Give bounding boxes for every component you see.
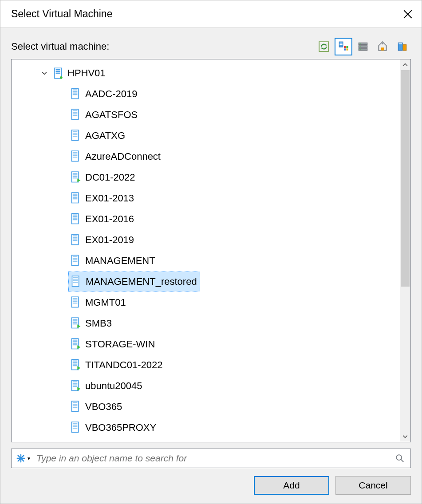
tree-vm-row[interactable]: AGATXG — [12, 126, 400, 146]
tree-vm-row[interactable]: STORAGE-WIN — [12, 334, 400, 354]
svg-rect-74 — [73, 261, 78, 262]
svg-rect-56 — [73, 193, 78, 194]
view-tags-button[interactable] — [374, 38, 391, 55]
svg-rect-33 — [73, 94, 78, 95]
svg-rect-118 — [73, 428, 78, 429]
scroll-down-button[interactable] — [400, 431, 410, 442]
close-button[interactable] — [398, 4, 418, 24]
tree-view[interactable]: HPHV01 AADC-2019 AGATSFOS AGATXG — [12, 59, 400, 442]
tree-vm-row[interactable]: MGMT01 — [12, 292, 400, 312]
svg-rect-30 — [73, 89, 78, 90]
search-input[interactable] — [33, 453, 392, 464]
add-button[interactable]: Add — [254, 476, 329, 495]
tree-vm-row[interactable]: SMB3 — [12, 313, 400, 333]
svg-rect-52 — [73, 176, 78, 177]
tree-vm-row[interactable]: VBO365PROXY — [12, 417, 400, 437]
tree-vm-row[interactable]: VBO365 — [12, 397, 400, 417]
view-vms-button[interactable] — [354, 38, 372, 55]
svg-rect-93 — [73, 341, 78, 342]
svg-rect-87 — [73, 320, 78, 321]
prompt-label: Select virtual machine: — [11, 41, 109, 52]
expander-icon[interactable] — [38, 71, 51, 76]
vm-icon — [68, 213, 84, 225]
svg-rect-10 — [344, 48, 346, 50]
svg-rect-67 — [73, 237, 78, 238]
svg-rect-32 — [73, 92, 78, 93]
tree-vm-row[interactable]: AADC-2019 — [12, 84, 400, 104]
svg-marker-102 — [77, 366, 80, 370]
svg-rect-46 — [73, 154, 78, 154]
tree-vm-row[interactable]: EX01-2016 — [12, 209, 400, 229]
view-storage-button[interactable] — [393, 38, 411, 55]
scroll-thumb[interactable] — [401, 70, 410, 287]
svg-rect-79 — [73, 282, 78, 283]
vm-icon — [68, 130, 84, 142]
tree-host-row[interactable]: HPHV01 — [12, 63, 400, 83]
svg-rect-40 — [73, 131, 78, 132]
svg-rect-112 — [73, 405, 78, 406]
cancel-button[interactable]: Cancel — [335, 476, 411, 495]
svg-rect-101 — [73, 365, 78, 366]
dialog-title: Select Virtual Machine — [11, 8, 112, 20]
search-button[interactable] — [392, 450, 408, 466]
refresh-icon — [318, 41, 330, 52]
host-icon — [51, 67, 67, 79]
vm-icon — [68, 171, 84, 184]
svg-rect-37 — [73, 113, 78, 114]
vm-label: VBO365 — [84, 401, 125, 413]
search-type-dropdown[interactable]: ▼ — [14, 453, 33, 463]
svg-rect-98 — [73, 360, 78, 361]
tree-vm-row[interactable]: AzureADConnect — [12, 146, 400, 166]
vm-label: EX01-2013 — [84, 193, 137, 204]
svg-point-20 — [382, 43, 383, 44]
tree-vm-row[interactable]: TITANDC01-2022 — [12, 355, 400, 375]
view-hosts-button[interactable] — [335, 38, 352, 55]
vm-icon — [68, 338, 84, 350]
svg-rect-41 — [73, 133, 78, 134]
svg-rect-11 — [347, 48, 348, 50]
svg-rect-82 — [73, 299, 78, 300]
vm-icon — [68, 296, 84, 309]
vms-view-icon — [357, 41, 369, 52]
svg-point-28 — [60, 76, 63, 79]
vm-label: TITANDC01-2022 — [84, 359, 165, 371]
vm-label: SMB3 — [84, 318, 114, 329]
svg-point-123 — [396, 455, 402, 460]
svg-rect-81 — [73, 298, 78, 299]
svg-rect-115 — [73, 423, 78, 424]
scrollbar[interactable] — [400, 59, 410, 442]
tree-vm-row[interactable]: DC01-2022 — [12, 167, 400, 187]
svg-rect-66 — [73, 235, 78, 236]
svg-rect-99 — [73, 362, 78, 363]
svg-marker-108 — [77, 387, 80, 390]
vm-label: STORAGE-WIN — [84, 339, 158, 350]
svg-rect-84 — [73, 303, 78, 303]
hosts-icon — [338, 41, 349, 52]
tree-vm-row[interactable]: MANAGEMENT — [12, 251, 400, 271]
tree-vm-row[interactable]: EX01-2019 — [12, 230, 400, 250]
tree-vm-row[interactable]: EX01-2013 — [12, 188, 400, 208]
scroll-track[interactable] — [400, 70, 410, 431]
svg-rect-111 — [73, 404, 78, 405]
vm-label: ubuntu20045 — [84, 380, 145, 392]
svg-rect-88 — [73, 322, 78, 323]
dialog-body: Select virtual machine: — [0, 28, 422, 504]
svg-rect-86 — [73, 319, 78, 319]
svg-rect-53 — [73, 177, 78, 178]
tree-vm-row[interactable]: AGATSFOS — [12, 105, 400, 125]
scroll-up-button[interactable] — [400, 59, 410, 70]
chevron-up-icon — [402, 62, 408, 67]
svg-rect-117 — [73, 426, 78, 427]
refresh-button[interactable] — [315, 38, 333, 55]
svg-rect-89 — [73, 323, 78, 324]
tree-vm-row[interactable]: ubuntu20045 — [12, 376, 400, 396]
svg-rect-69 — [73, 240, 78, 241]
top-bar: Select virtual machine: — [11, 38, 411, 55]
close-icon — [403, 10, 412, 19]
vm-icon — [68, 192, 84, 205]
view-toolbar — [315, 38, 411, 55]
tree-vm-row[interactable]: MANAGEMENT_restored — [12, 272, 400, 291]
svg-rect-35 — [73, 110, 78, 111]
svg-rect-72 — [73, 258, 78, 259]
vm-label: DC01-2022 — [84, 172, 138, 183]
